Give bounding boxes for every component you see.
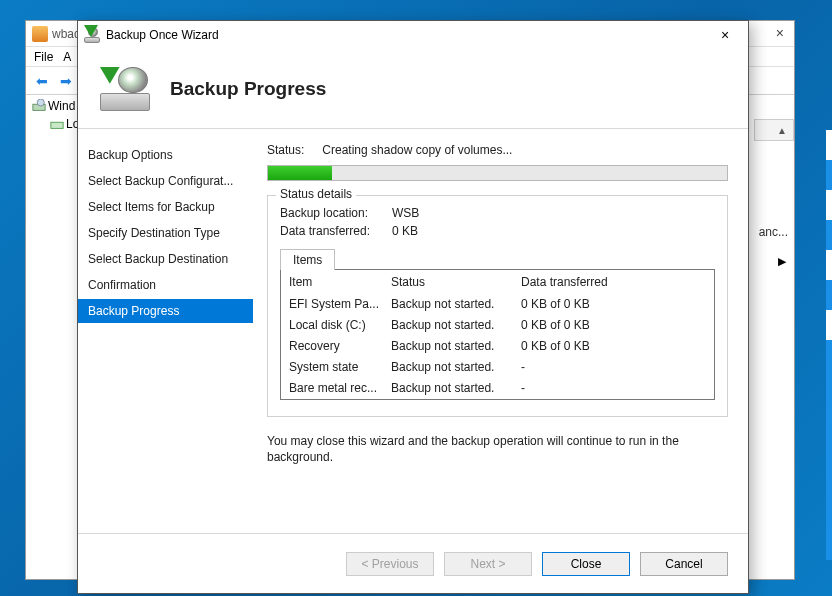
items-grid: Item Status Data transferred EFI System …	[280, 269, 715, 400]
data-transferred-value: 0 KB	[392, 224, 418, 238]
backup-location-label: Backup location:	[280, 206, 392, 220]
page-title: Backup Progress	[170, 78, 326, 100]
nav-forward-icon[interactable]: ➡	[56, 71, 76, 91]
mmc-title: wbac	[52, 27, 80, 41]
mmc-close-icon[interactable]: ×	[776, 25, 784, 41]
step-backup-options[interactable]: Backup Options	[78, 143, 253, 167]
table-row[interactable]: Bare metal rec...Backup not started.-	[281, 378, 714, 399]
previous-button: < Previous	[346, 552, 434, 576]
cell-c1: Local disk (C:)	[289, 317, 391, 334]
col-data-transferred[interactable]: Data transferred	[521, 275, 706, 289]
cell-c3: -	[521, 359, 706, 376]
wizard-buttons: < Previous Next > Close Cancel	[78, 533, 748, 593]
status-details-label: Status details	[276, 187, 356, 201]
status-details-group: Status details Backup location: WSB Data…	[267, 195, 728, 417]
cell-c1: Recovery	[289, 338, 391, 355]
svg-point-1	[37, 99, 44, 106]
data-transferred-label: Data transferred:	[280, 224, 392, 238]
cell-c1: EFI System Pa...	[289, 296, 391, 313]
cancel-button[interactable]: Cancel	[640, 552, 728, 576]
status-value: Creating shadow copy of volumes...	[322, 143, 512, 157]
tab-items[interactable]: Items	[280, 249, 335, 270]
step-select-destination[interactable]: Select Backup Destination	[78, 247, 253, 271]
wizard-close-icon[interactable]: ×	[708, 27, 742, 43]
status-label: Status:	[267, 143, 304, 157]
step-select-config[interactable]: Select Backup Configurat...	[78, 169, 253, 193]
menu-file[interactable]: File	[34, 50, 53, 64]
taskbar-edge-accent	[826, 130, 832, 560]
actions-item[interactable]: anc...	[759, 225, 788, 239]
actions-submenu-icon[interactable]: ▶	[778, 255, 786, 268]
tree-root-icon	[32, 99, 46, 113]
step-backup-progress[interactable]: Backup Progress	[78, 299, 253, 323]
table-row[interactable]: RecoveryBackup not started.0 KB of 0 KB	[281, 336, 714, 357]
svg-rect-2	[51, 122, 63, 128]
wizard-content: Status: Creating shadow copy of volumes.…	[253, 129, 748, 533]
backup-once-wizard: Backup Once Wizard × Backup Progress Bac…	[77, 20, 749, 594]
cell-c2: Backup not started.	[391, 380, 521, 397]
wizard-titlebar[interactable]: Backup Once Wizard ×	[78, 21, 748, 49]
cell-c1: Bare metal rec...	[289, 380, 391, 397]
cell-c3: 0 KB of 0 KB	[521, 317, 706, 334]
wizard-header: Backup Progress	[78, 49, 748, 129]
cell-c2: Backup not started.	[391, 317, 521, 334]
tree-node-root[interactable]: Wind	[32, 97, 79, 115]
col-status[interactable]: Status	[391, 275, 521, 289]
step-confirmation[interactable]: Confirmation	[78, 273, 253, 297]
menu-action[interactable]: A	[63, 50, 71, 64]
cell-c3: 0 KB of 0 KB	[521, 296, 706, 313]
progress-bar-fill	[268, 166, 332, 180]
wizard-header-icon	[100, 67, 150, 111]
cell-c2: Backup not started.	[391, 296, 521, 313]
cell-c1: System state	[289, 359, 391, 376]
grid-header: Item Status Data transferred	[281, 270, 714, 294]
wizard-steps: Backup Options Select Backup Configurat.…	[78, 129, 253, 533]
table-row[interactable]: System stateBackup not started.-	[281, 357, 714, 378]
next-button: Next >	[444, 552, 532, 576]
close-note: You may close this wizard and the backup…	[267, 433, 728, 465]
collapse-up-icon[interactable]: ▲	[777, 125, 787, 136]
step-select-items[interactable]: Select Items for Backup	[78, 195, 253, 219]
backup-location-value: WSB	[392, 206, 419, 220]
mmc-app-icon	[32, 26, 48, 42]
step-destination-type[interactable]: Specify Destination Type	[78, 221, 253, 245]
col-item[interactable]: Item	[289, 275, 391, 289]
tree-child-icon	[50, 117, 64, 131]
wizard-title: Backup Once Wizard	[106, 28, 219, 42]
table-row[interactable]: Local disk (C:)Backup not started.0 KB o…	[281, 315, 714, 336]
table-row[interactable]: EFI System Pa...Backup not started.0 KB …	[281, 294, 714, 315]
actions-panel-header: ▲	[754, 119, 794, 141]
nav-back-icon[interactable]: ⬅	[32, 71, 52, 91]
tree-node-child[interactable]: Lo	[32, 115, 79, 133]
cell-c2: Backup not started.	[391, 338, 521, 355]
cell-c3: -	[521, 380, 706, 397]
cell-c3: 0 KB of 0 KB	[521, 338, 706, 355]
mmc-tree: Wind Lo	[32, 97, 79, 133]
progress-bar	[267, 165, 728, 181]
cell-c2: Backup not started.	[391, 359, 521, 376]
wizard-title-icon	[84, 27, 100, 43]
close-button[interactable]: Close	[542, 552, 630, 576]
